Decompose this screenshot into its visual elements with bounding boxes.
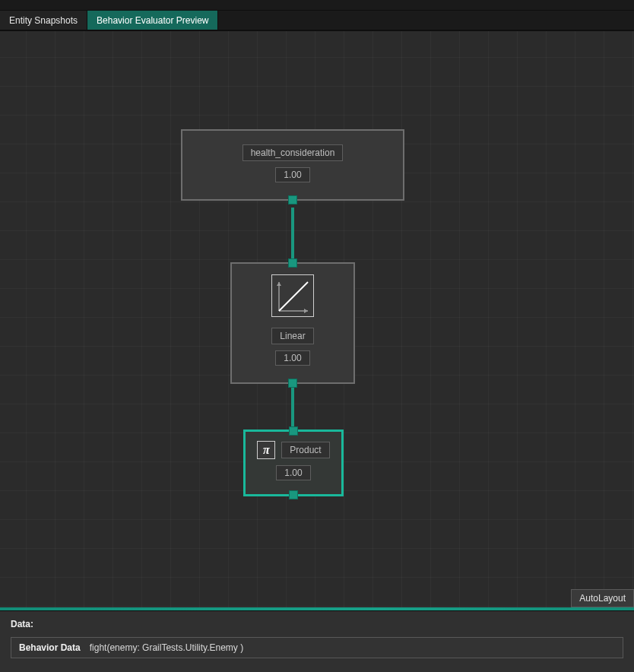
autolayout-button[interactable]: AutoLayout (571, 589, 634, 607)
tab-label: Behavior Evaluator Preview (97, 15, 208, 26)
data-panel: Data: Behavior Data fight(enemy: GrailTe… (0, 610, 634, 672)
input-port[interactable] (288, 258, 297, 268)
node-product-aggregator[interactable]: π Product 1.00 (243, 430, 344, 496)
curve-thumbnail (271, 274, 314, 317)
input-port[interactable] (289, 426, 298, 436)
pi-icon: π (257, 441, 275, 459)
node-value[interactable]: 1.00 (275, 350, 310, 366)
window-titlebar (0, 0, 634, 11)
svg-marker-3 (304, 309, 308, 313)
node-value[interactable]: 1.00 (275, 167, 310, 182)
behavior-data-row[interactable]: Behavior Data fight(enemy: GrailTests.Ut… (11, 637, 623, 658)
svg-line-6 (279, 282, 308, 311)
tab-label: Entity Snapshots (9, 15, 78, 26)
node-title: Product (281, 442, 329, 458)
node-linear-curve[interactable]: Linear 1.00 (230, 262, 355, 384)
node-title: Linear (271, 328, 313, 344)
tab-entity-snapshots[interactable]: Entity Snapshots (0, 11, 87, 30)
output-port[interactable] (288, 195, 297, 204)
behavior-data-key: Behavior Data (19, 642, 81, 653)
editor-root: Entity Snapshots Behavior Evaluator Prev… (0, 0, 634, 672)
svg-marker-5 (277, 282, 281, 286)
tab-behavior-evaluator-preview[interactable]: Behavior Evaluator Preview (87, 11, 218, 30)
output-port[interactable] (289, 490, 298, 499)
button-label: AutoLayout (579, 593, 626, 604)
node-health-consideration[interactable]: health_consideration 1.00 (181, 129, 404, 201)
linear-curve-icon (273, 276, 312, 315)
section-label: Data: (11, 619, 623, 629)
node-title: health_consideration (243, 144, 344, 161)
node-value[interactable]: 1.00 (276, 465, 311, 480)
behavior-data-value: fight(enemy: GrailTests.Utility.Enemy ) (90, 642, 244, 653)
graph-canvas[interactable]: health_consideration 1.00 Linear 1.00 (0, 30, 634, 607)
output-port[interactable] (288, 379, 297, 388)
tab-bar: Entity Snapshots Behavior Evaluator Prev… (0, 11, 634, 30)
